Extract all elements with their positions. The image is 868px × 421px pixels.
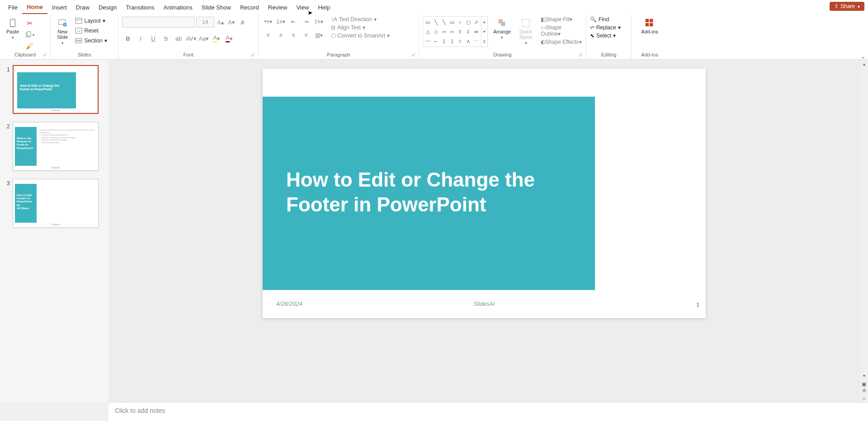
prev-slide-button[interactable]: ≜ xyxy=(862,388,867,394)
shape-curve-icon[interactable]: 〰 xyxy=(424,37,432,46)
shape-triangle-icon[interactable]: △ xyxy=(424,27,432,36)
gallery-more-button[interactable]: ⊻ xyxy=(481,37,487,47)
shape-rect-icon[interactable]: ▭ xyxy=(448,18,456,27)
font-size-input[interactable] xyxy=(196,17,214,28)
justify-button[interactable]: ≡ xyxy=(300,30,312,41)
shape-fill-button[interactable]: ◧Shape Fill▾ xyxy=(541,16,582,23)
columns-button[interactable]: ▥▾ xyxy=(313,30,325,41)
menu-transitions[interactable]: Transitions xyxy=(121,1,159,14)
align-right-button[interactable]: ≡ xyxy=(288,30,299,41)
shapes-gallery[interactable]: ▭╲╲▭○▢⬀ △◇⇨⇦⇧⇩⇔ 〰⌐{}☆⋏⋯ xyxy=(423,16,481,47)
shape-arrow3-icon[interactable]: ⇦ xyxy=(448,27,456,36)
menu-design[interactable]: Design xyxy=(94,1,121,14)
clear-formatting-button[interactable]: A̷ xyxy=(238,16,247,28)
section-button[interactable]: Section▾ xyxy=(73,36,108,45)
shape-caret-icon[interactable]: ⋏ xyxy=(464,37,472,46)
menu-animations[interactable]: Animations xyxy=(159,1,197,14)
gallery-up-button[interactable]: ▴ xyxy=(481,17,487,27)
scroll-up-button[interactable]: ▴ xyxy=(860,60,868,68)
select-button[interactable]: ⬉Select▾ xyxy=(590,33,621,39)
highlight-button[interactable]: A▾ xyxy=(211,33,222,44)
dialog-launcher-icon[interactable]: ⤢ xyxy=(251,52,255,57)
slide-footer-number[interactable]: 1 xyxy=(696,302,699,308)
shape-arrow-icon[interactable]: ⬀ xyxy=(472,18,480,27)
align-text-button[interactable]: ⊟Align Text▾ xyxy=(331,24,390,31)
char-spacing-button[interactable]: AV▾ xyxy=(185,33,197,44)
align-left-button[interactable]: ≡ xyxy=(262,30,274,41)
menu-record[interactable]: Record xyxy=(236,1,264,14)
share-button[interactable]: ⇪ Share ▾ xyxy=(830,2,864,11)
bullets-button[interactable]: •≡▾ xyxy=(262,16,274,27)
copy-button[interactable]: ▾ xyxy=(24,30,34,40)
next-slide-button[interactable]: ⩡ xyxy=(862,395,867,400)
shape-brace2-icon[interactable]: } xyxy=(448,37,456,46)
cut-button[interactable]: ✂ xyxy=(24,18,34,28)
quick-styles-button[interactable]: Quick Styles▾ xyxy=(516,16,535,47)
find-button[interactable]: 🔍Find xyxy=(590,16,621,23)
layout-button[interactable]: Layout▾ xyxy=(73,16,108,25)
shape-oval-icon[interactable]: ○ xyxy=(456,18,464,27)
slide-title[interactable]: How to Edit or Change the Footer in Powe… xyxy=(286,167,566,217)
shape-star-icon[interactable]: ☆ xyxy=(456,37,464,46)
thumbnail-slide-3[interactable]: How to Edit Footers in PowerPoint for Al… xyxy=(13,179,99,228)
strikethrough-button[interactable]: S xyxy=(160,33,172,44)
shape-roundrect-icon[interactable]: ▢ xyxy=(464,18,472,27)
line-spacing-button[interactable]: ‡≡▾ xyxy=(313,16,325,27)
menu-draw[interactable]: Draw xyxy=(71,1,94,14)
menu-home[interactable]: Home xyxy=(22,1,47,14)
menu-review[interactable]: Review xyxy=(264,1,292,14)
increase-font-button[interactable]: A▴ xyxy=(216,16,225,28)
new-slide-button[interactable]: + New Slide ▾ xyxy=(54,16,71,47)
dialog-launcher-icon[interactable]: ⤢ xyxy=(579,52,582,57)
italic-button[interactable]: I xyxy=(135,33,146,44)
shape-more-icon[interactable]: ⋯ xyxy=(472,37,480,46)
fit-slide-button[interactable]: ▣ xyxy=(862,381,867,387)
format-painter-button[interactable]: 🖌 xyxy=(24,42,34,51)
scroll-down-button[interactable]: ▾ xyxy=(860,371,868,379)
increase-indent-button[interactable]: ⇥ xyxy=(300,16,312,27)
arrange-button[interactable]: Arrange▾ xyxy=(491,16,514,42)
font-name-input[interactable] xyxy=(122,17,194,28)
shape-textbox-icon[interactable]: ▭ xyxy=(424,18,432,27)
replace-button[interactable]: ᵃ⁄ᵇReplace▾ xyxy=(590,24,621,31)
decrease-indent-button[interactable]: ⇤ xyxy=(288,16,299,27)
menu-insert[interactable]: Insert xyxy=(47,1,71,14)
shadow-button[interactable]: ab xyxy=(173,33,184,44)
shape-diamond-icon[interactable]: ◇ xyxy=(432,27,440,36)
underline-button[interactable]: U xyxy=(147,33,159,44)
convert-smartart-button[interactable]: ⬡Convert to SmartArt▾ xyxy=(331,33,390,39)
notes-pane[interactable]: Click to add notes xyxy=(108,402,868,421)
change-case-button[interactable]: Aa▾ xyxy=(198,33,210,44)
slide-footer-center[interactable]: SlidesAI xyxy=(473,300,495,307)
shape-line2-icon[interactable]: ╲ xyxy=(440,18,448,27)
shape-line-icon[interactable]: ╲ xyxy=(432,18,440,27)
shape-arrow6-icon[interactable]: ⇔ xyxy=(472,27,480,36)
slide-footer-date[interactable]: 4/28/2024 xyxy=(276,300,302,307)
collapse-ribbon-button[interactable]: ⌄ xyxy=(861,53,865,60)
align-center-button[interactable]: ≡ xyxy=(275,30,287,41)
addins-button[interactable]: Add-ins xyxy=(638,16,660,36)
bold-button[interactable]: B xyxy=(122,33,134,44)
text-direction-button[interactable]: ↕AText Direction▾ xyxy=(331,16,390,23)
shape-effects-button[interactable]: ◐Shape Effects▾ xyxy=(541,39,582,45)
numbering-button[interactable]: 1≡▾ xyxy=(275,16,287,27)
decrease-font-button[interactable]: A▾ xyxy=(227,16,236,28)
menu-view[interactable]: View xyxy=(292,1,313,14)
shape-outline-button[interactable]: ▭Shape Outline▾ xyxy=(541,24,582,37)
menu-help[interactable]: Help xyxy=(313,1,335,14)
shape-arrow2-icon[interactable]: ⇨ xyxy=(440,27,448,36)
shape-connector-icon[interactable]: ⌐ xyxy=(432,37,440,46)
dialog-launcher-icon[interactable]: ⤢ xyxy=(43,52,47,57)
paste-button[interactable]: Paste ▾ xyxy=(4,16,22,42)
slide-1[interactable]: How to Edit or Change the Footer in Powe… xyxy=(263,69,706,318)
dialog-launcher-icon[interactable]: ⤢ xyxy=(411,52,415,57)
menu-slideshow[interactable]: Slide Show xyxy=(197,1,236,14)
reset-button[interactable]: Reset xyxy=(73,26,108,35)
thumbnail-slide-2[interactable]: What is the Purpose of Footer in PowerPo… xyxy=(13,122,99,171)
shape-brace1-icon[interactable]: { xyxy=(440,37,448,46)
font-color-button[interactable]: A▾ xyxy=(223,33,235,44)
menu-file[interactable]: File xyxy=(4,1,22,14)
gallery-down-button[interactable]: ▾ xyxy=(481,27,487,37)
shape-arrow4-icon[interactable]: ⇧ xyxy=(456,27,464,36)
shape-arrow5-icon[interactable]: ⇩ xyxy=(464,27,472,36)
